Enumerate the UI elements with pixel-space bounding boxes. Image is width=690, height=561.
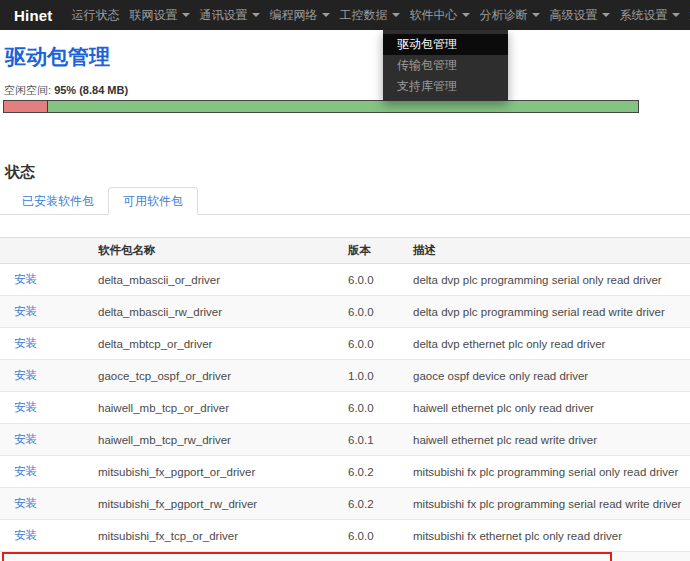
caret-down-icon: [462, 13, 470, 17]
free-space-caption: 空闲空间:: [4, 84, 51, 96]
navbar-item-label: 高级设置: [550, 7, 598, 24]
brand-logo[interactable]: Hinet: [14, 7, 53, 24]
action-cell: 安装: [0, 552, 90, 561]
package-name: mitsubishi_fx_tcp_or_driver: [90, 520, 340, 552]
table-row: 安装delta_mbascii_rw_driver6.0.0delta dvp …: [0, 296, 690, 328]
package-description: mitsubishi fx plc programming serial onl…: [405, 456, 690, 488]
package-name: mitsubishi_fx_pgport_or_driver: [90, 456, 340, 488]
table-row: 安装delta_mbascii_or_driver6.0.0delta dvp …: [0, 264, 690, 296]
action-cell: 安装: [0, 360, 90, 392]
dropdown-item[interactable]: 支持库管理: [383, 76, 508, 97]
caret-down-icon: [182, 13, 190, 17]
install-link[interactable]: 安装: [14, 369, 37, 381]
navbar-item-label: 运行状态: [72, 7, 120, 24]
free-space-segment: [48, 101, 638, 112]
action-cell: 安装: [0, 520, 90, 552]
table-row: 安装mitsubishi_fx_tcp_or_driver6.0.0mitsub…: [0, 520, 690, 552]
caret-down-icon: [602, 13, 610, 17]
package-tabs: 已安装软件包 可用软件包: [0, 188, 690, 215]
header-description: 描述: [405, 238, 690, 264]
package-description: gaoce ospf device only read driver: [405, 360, 690, 392]
package-version: 6.0.0: [340, 328, 405, 360]
install-link[interactable]: 安装: [14, 433, 37, 445]
package-version: 6.0.0: [340, 552, 405, 561]
package-description: haiwell ethernet plc only read driver: [405, 392, 690, 424]
install-link[interactable]: 安装: [14, 465, 37, 477]
package-description: delta dvp plc programming serial only re…: [405, 264, 690, 296]
package-name: mitsubishi_fx_tcp_rw_driver: [90, 552, 340, 561]
header-package-name: 软件包名称: [90, 238, 340, 264]
packages-table: 软件包名称 版本 描述 安装delta_mbascii_or_driver6.0…: [0, 237, 690, 561]
table-row: 安装mitsubishi_fx_tcp_rw_driver6.0.0mitsub…: [0, 552, 690, 561]
action-cell: 安装: [0, 296, 90, 328]
page-content: 驱动包管理 空闲空间: 95% (8.84 MB) 状态 已安装软件包 可用软件…: [0, 0, 690, 561]
table-row: 安装mitsubishi_fx_pgport_rw_driver6.0.2mit…: [0, 488, 690, 520]
table-row: 安装haiwell_mb_tcp_rw_driver6.0.1haiwell e…: [0, 424, 690, 456]
navbar-item-label: 通讯设置: [200, 7, 248, 24]
tab-available-packages[interactable]: 可用软件包: [108, 187, 198, 215]
navbar-item[interactable]: 高级设置: [545, 0, 615, 30]
action-cell: 安装: [0, 392, 90, 424]
navbar-item[interactable]: 编程网络: [265, 0, 335, 30]
install-link[interactable]: 安装: [14, 497, 37, 509]
action-cell: 安装: [0, 488, 90, 520]
package-name: delta_mbascii_rw_driver: [90, 296, 340, 328]
table-row: 安装mitsubishi_fx_pgport_or_driver6.0.2mit…: [0, 456, 690, 488]
top-navbar: Hinet 运行状态联网设置通讯设置编程网络工控数据软件中心分析诊断高级设置系统…: [0, 0, 690, 30]
caret-down-icon: [672, 13, 680, 17]
navbar-item[interactable]: 联网设置: [125, 0, 195, 30]
navbar-item[interactable]: 软件中心: [405, 0, 475, 30]
install-link[interactable]: 安装: [14, 529, 37, 541]
package-version: 6.0.2: [340, 488, 405, 520]
action-cell: 安装: [0, 264, 90, 296]
table-row: 安装delta_mbtcp_or_driver6.0.0delta dvp et…: [0, 328, 690, 360]
tab-installed-packages[interactable]: 已安装软件包: [8, 188, 108, 214]
table-body: 安装delta_mbascii_or_driver6.0.0delta dvp …: [0, 264, 690, 561]
navbar-item-label: 分析诊断: [480, 7, 528, 24]
navbar-item-label: 软件中心: [410, 7, 458, 24]
caret-down-icon: [392, 13, 400, 17]
navbar-item-label: 编程网络: [270, 7, 318, 24]
navbar-item[interactable]: 系统设置: [615, 0, 685, 30]
navbar-item-label: 系统设置: [620, 7, 668, 24]
package-name: gaoce_tcp_ospf_or_driver: [90, 360, 340, 392]
navbar-item-label: 联网设置: [130, 7, 178, 24]
free-space-progress-bar: [3, 100, 639, 113]
action-cell: 安装: [0, 456, 90, 488]
header-action: [0, 238, 90, 264]
package-description: mitsubishi fx ethernet plc only read dri…: [405, 520, 690, 552]
caret-down-icon: [532, 13, 540, 17]
dropdown-item[interactable]: 驱动包管理: [383, 34, 508, 55]
install-link[interactable]: 安装: [14, 273, 37, 285]
navbar-item[interactable]: 运行状态: [67, 0, 125, 30]
caret-down-icon: [252, 13, 260, 17]
dropdown-item[interactable]: 传输包管理: [383, 55, 508, 76]
free-space-label: 空闲空间: 95% (8.84 MB): [4, 83, 690, 98]
package-version: 6.0.1: [340, 424, 405, 456]
package-version: 6.0.0: [340, 296, 405, 328]
package-version: 1.0.0: [340, 360, 405, 392]
package-name: haiwell_mb_tcp_or_driver: [90, 392, 340, 424]
package-name: haiwell_mb_tcp_rw_driver: [90, 424, 340, 456]
package-description: mitsubishi fx plc programming serial rea…: [405, 488, 690, 520]
package-description: mitsubishi fx ethernet plc read write dr…: [405, 552, 690, 561]
table-row: 安装gaoce_tcp_ospf_or_driver1.0.0gaoce osp…: [0, 360, 690, 392]
install-link[interactable]: 安装: [14, 337, 37, 349]
package-description: haiwell ethernet plc read write driver: [405, 424, 690, 456]
package-name: mitsubishi_fx_pgport_rw_driver: [90, 488, 340, 520]
navbar-item-label: 工控数据: [340, 7, 388, 24]
navbar-item[interactable]: 工控数据: [335, 0, 405, 30]
software-center-dropdown: 驱动包管理传输包管理支持库管理: [383, 30, 508, 101]
table-row: 安装haiwell_mb_tcp_or_driver6.0.0haiwell e…: [0, 392, 690, 424]
package-description: delta dvp plc programming serial read wr…: [405, 296, 690, 328]
install-link[interactable]: 安装: [14, 401, 37, 413]
package-name: delta_mbtcp_or_driver: [90, 328, 340, 360]
navbar-item[interactable]: 通讯设置: [195, 0, 265, 30]
install-link[interactable]: 安装: [14, 305, 37, 317]
navbar-item[interactable]: 分析诊断: [475, 0, 545, 30]
free-space-value: 95% (8.84 MB): [54, 84, 128, 96]
package-version: 6.0.0: [340, 520, 405, 552]
package-description: delta dvp ethernet plc only read driver: [405, 328, 690, 360]
navbar-item[interactable]: 退出: [685, 0, 690, 30]
package-version: 6.0.0: [340, 392, 405, 424]
